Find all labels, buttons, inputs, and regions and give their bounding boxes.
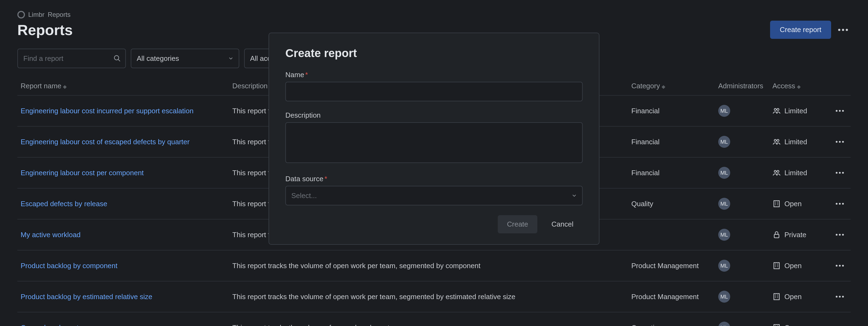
create-report-modal: Create report Name* Description Data sou…	[269, 33, 599, 245]
datasource-select[interactable]: Select...	[285, 186, 583, 206]
required-marker: *	[305, 71, 308, 79]
description-label: Description	[285, 111, 583, 119]
description-field[interactable]	[285, 122, 583, 163]
datasource-label: Data source*	[285, 175, 583, 183]
required-marker: *	[324, 175, 327, 183]
modal-title: Create report	[285, 47, 583, 60]
modal-actions: Create Cancel	[285, 215, 583, 233]
name-label: Name*	[285, 71, 583, 79]
chevron-down-icon	[571, 193, 577, 198]
modal-create-button[interactable]: Create	[498, 215, 537, 233]
name-field[interactable]	[285, 82, 583, 101]
form-group-datasource: Data source* Select...	[285, 175, 583, 206]
form-group-name: Name*	[285, 71, 583, 101]
modal-cancel-button[interactable]: Cancel	[542, 215, 583, 233]
form-group-description: Description	[285, 111, 583, 165]
page-root: Limbr Reports Reports Create report All …	[0, 0, 868, 326]
datasource-placeholder: Select...	[291, 192, 317, 200]
